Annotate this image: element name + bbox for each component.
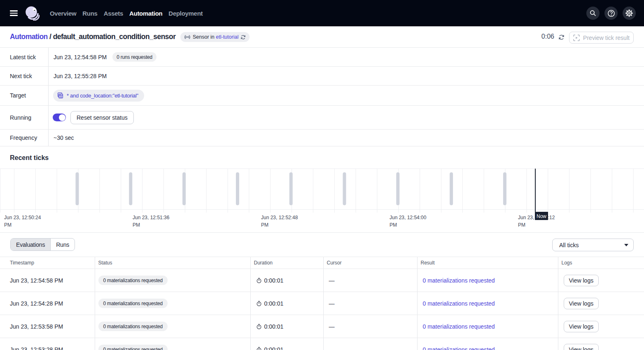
- svg-text:PM: PM: [518, 222, 525, 228]
- svg-text:PM: PM: [133, 222, 140, 228]
- svg-text:PM: PM: [390, 222, 397, 228]
- svg-text:PM: PM: [261, 222, 268, 228]
- svg-text:Jun 23, 12:52:48: Jun 23, 12:52:48: [261, 215, 298, 220]
- svg-text:Jun 23, 12:50:24: Jun 23, 12:50:24: [4, 215, 41, 220]
- svg-text:Jun 23, 12:54:00: Jun 23, 12:54:00: [390, 215, 427, 220]
- svg-text:PM: PM: [4, 222, 12, 228]
- svg-text:Jun 23, 12:51:36: Jun 23, 12:51:36: [133, 215, 170, 220]
- svg-text:Now: Now: [537, 213, 546, 219]
